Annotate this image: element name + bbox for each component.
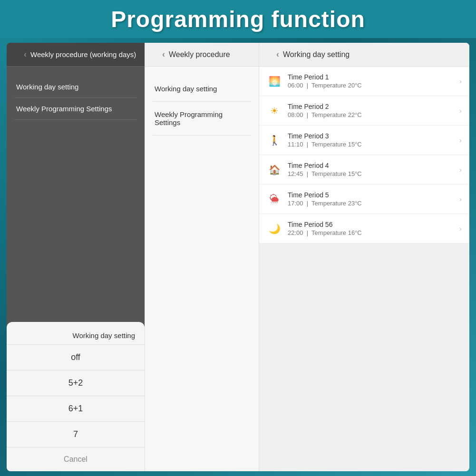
time-period-row-4[interactable]: 🏠 Time Period 4 12:45 | Temperature 15°C… [259,155,469,185]
period-info-4: Time Period 4 12:45 | Temperature 15°C [288,162,454,177]
period-detail-6: 22:00 | Temperature 16°C [288,229,454,236]
period-name-2: Time Period 2 [288,103,454,110]
period-icon-4: 🏠 [267,162,282,177]
panel-3-body: 🌅 Time Period 1 06:00 | Temperature 20°C… [259,67,469,243]
bottom-sheet-option-7[interactable]: 7 [7,422,145,447]
period-info-2: Time Period 2 08:00 | Temperature 22°C [288,103,454,118]
period-info-3: Time Period 3 11:10 | Temperature 15°C [288,132,454,148]
panel-1-item-weekly-programming[interactable]: Weekly Programming Settings [14,98,137,120]
panel-3-footer [259,243,469,282]
period-detail-2: 08:00 | Temperature 22°C [288,111,454,118]
panel-2-item-working-day[interactable]: Working day setting [153,76,251,102]
panel-3: ‹ Working day setting 🌅 Time Period 1 06… [259,43,469,471]
period-arrow-5: › [459,195,462,203]
panels-container: ‹ Weekly procedure (working days) Workin… [7,43,469,471]
period-arrow-3: › [459,136,462,144]
period-icon-1: 🌅 [267,74,282,89]
period-icon-3: 🚶 [267,133,282,148]
panel-1-header[interactable]: ‹ Weekly procedure (working days) [7,43,145,67]
panel-1-body: Working day setting Weekly Programming S… [7,67,145,129]
time-period-row-2[interactable]: ☀ Time Period 2 08:00 | Temperature 22°C… [259,96,469,126]
panel-2-header[interactable]: ‹ Weekly procedure [145,43,259,67]
period-arrow-1: › [459,78,462,85]
panel-3-header[interactable]: ‹ Working day setting [259,43,469,67]
bottom-sheet-title: Working day setting [7,327,145,345]
panel-2: ‹ Weekly procedure Working day setting W… [145,43,259,471]
panel-1-item-working-day[interactable]: Working day setting [14,76,137,98]
period-arrow-4: › [459,166,462,174]
time-periods-list: 🌅 Time Period 1 06:00 | Temperature 20°C… [259,67,469,243]
panel-2-body: Working day setting Weekly Programming S… [145,67,259,145]
period-detail-3: 11:10 | Temperature 15°C [288,141,454,148]
bottom-sheet: Working day setting off 5+2 6+1 7 Cancel [7,322,145,471]
period-icon-2: ☀ [267,103,282,118]
page-header: Programming function [0,0,476,38]
panel-1-header-text: Weekly procedure (working days) [30,50,136,58]
period-icon-5: 🌦 [267,192,282,207]
panel-2-back-icon[interactable]: ‹ [162,49,165,59]
bottom-sheet-option-6plus1[interactable]: 6+1 [7,396,145,422]
period-name-4: Time Period 4 [288,162,454,169]
time-period-row-1[interactable]: 🌅 Time Period 1 06:00 | Temperature 20°C… [259,67,469,96]
panel-1-back-icon[interactable]: ‹ [24,49,27,59]
period-icon-6: 🌙 [267,221,282,236]
panel-2-item-weekly-programming[interactable]: Weekly Programming Settings [153,102,251,136]
page-title: Programming function [111,6,365,32]
period-detail-1: 06:00 | Temperature 20°C [288,82,454,89]
period-info-1: Time Period 1 06:00 | Temperature 20°C [288,73,454,89]
period-info-5: Time Period 5 17:00 | Temperature 23°C [288,191,454,207]
period-detail-4: 12:45 | Temperature 15°C [288,170,454,177]
period-name-6: Time Period 56 [288,221,454,228]
bottom-sheet-option-off[interactable]: off [7,345,145,370]
period-arrow-6: › [459,225,462,233]
time-period-row-3[interactable]: 🚶 Time Period 3 11:10 | Temperature 15°C… [259,126,469,155]
period-name-5: Time Period 5 [288,191,454,199]
time-period-row-5[interactable]: 🌦 Time Period 5 17:00 | Temperature 23°C… [259,185,469,214]
bottom-sheet-cancel-button[interactable]: Cancel [7,447,145,471]
period-arrow-2: › [459,107,462,115]
period-info-6: Time Period 56 22:00 | Temperature 16°C [288,221,454,236]
panel-2-header-text: Weekly procedure [169,50,230,59]
panel-1: ‹ Weekly procedure (working days) Workin… [7,43,145,471]
bottom-sheet-option-5plus2[interactable]: 5+2 [7,370,145,396]
panel-3-header-text: Working day setting [283,50,350,59]
period-name-1: Time Period 1 [288,73,454,81]
period-detail-5: 17:00 | Temperature 23°C [288,200,454,207]
time-period-row-6[interactable]: 🌙 Time Period 56 22:00 | Temperature 16°… [259,214,469,243]
panel-3-back-icon[interactable]: ‹ [276,49,279,59]
period-name-3: Time Period 3 [288,132,454,140]
